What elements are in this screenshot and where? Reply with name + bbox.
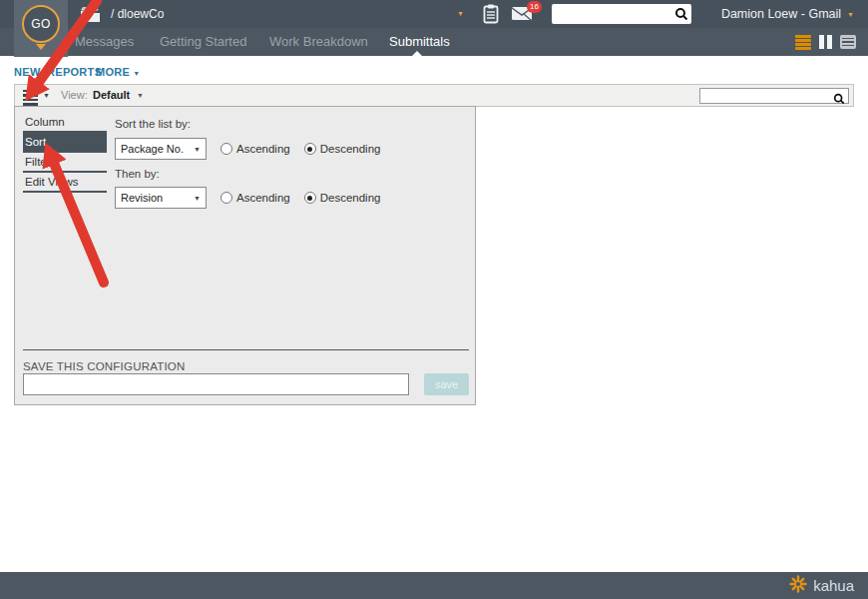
menu-item-sort[interactable]: Sort bbox=[23, 133, 107, 153]
avatar[interactable]: GO bbox=[14, 0, 68, 57]
reports-button[interactable]: REPORTS bbox=[47, 66, 102, 78]
descending-radio[interactable] bbox=[304, 192, 316, 204]
new-button[interactable]: NEW bbox=[14, 66, 41, 78]
menu-item-filter[interactable]: Filter bbox=[23, 153, 107, 173]
ascending-label: Ascending bbox=[236, 192, 290, 204]
detail-view-icon[interactable] bbox=[840, 35, 856, 49]
avatar-caret-icon bbox=[36, 44, 46, 50]
list-options-caret-icon[interactable]: ▼ bbox=[43, 92, 50, 99]
descending-label: Descending bbox=[320, 192, 381, 204]
list-search-input[interactable] bbox=[699, 88, 849, 104]
tasks-clipboard-icon[interactable] bbox=[483, 4, 499, 28]
ascending-label: Ascending bbox=[236, 143, 290, 155]
sort-by-label: Sort the list by: bbox=[115, 118, 191, 130]
tab-messages[interactable]: Messages bbox=[75, 28, 134, 56]
list-search-icon[interactable] bbox=[833, 91, 845, 109]
view-caret-icon[interactable]: ▼ bbox=[137, 92, 144, 99]
config-menu: Column Sort Filter Edit Views bbox=[23, 113, 107, 193]
descending-label: Descending bbox=[320, 143, 381, 155]
brand-name: kahua bbox=[813, 577, 854, 594]
messages-mail-icon[interactable]: 16 bbox=[511, 5, 535, 26]
avatar-initials: GO bbox=[22, 5, 60, 43]
split-view-icon[interactable] bbox=[819, 35, 832, 49]
footer-bar: kahua bbox=[0, 572, 868, 599]
project-folder-icon[interactable] bbox=[80, 6, 102, 27]
more-caret-icon: ▼ bbox=[133, 70, 140, 77]
select-caret-icon: ▼ bbox=[194, 146, 201, 153]
view-label: View: bbox=[61, 85, 88, 106]
app-tab-bar: Messages Getting Started Work Breakdown … bbox=[0, 28, 868, 56]
kahua-logo-icon bbox=[789, 575, 807, 597]
menu-item-edit-views[interactable]: Edit Views bbox=[23, 173, 107, 193]
breadcrumb[interactable]: / dloewCo bbox=[111, 0, 164, 28]
top-bar: / dloewCo ▼ 16 Damion Loew - Gmail ▼ bbox=[0, 0, 868, 28]
save-config-label: SAVE THIS CONFIGURATION bbox=[23, 360, 185, 372]
then-by-row: Revision ▼ Ascending Descending bbox=[115, 187, 380, 209]
user-menu-caret-icon: ▼ bbox=[847, 11, 854, 18]
menu-item-column[interactable]: Column bbox=[23, 113, 107, 133]
list-options-menu-icon[interactable] bbox=[23, 90, 38, 106]
more-button[interactable]: MORE▼ bbox=[96, 66, 140, 78]
tab-work-breakdown[interactable]: Work Breakdown bbox=[269, 28, 368, 56]
then-field-select[interactable]: Revision ▼ bbox=[115, 187, 207, 209]
project-dropdown-caret-icon[interactable]: ▼ bbox=[457, 10, 464, 17]
ascending-radio[interactable] bbox=[220, 192, 232, 204]
view-selector[interactable]: Default bbox=[93, 85, 130, 106]
descending-radio[interactable] bbox=[304, 143, 316, 155]
list-toolbar: ▼ View: Default ▼ bbox=[14, 84, 854, 107]
save-button[interactable]: save bbox=[424, 373, 469, 395]
active-tab-indicator bbox=[412, 51, 422, 56]
user-account-menu[interactable]: Damion Loew - Gmail ▼ bbox=[721, 0, 854, 28]
then-by-label: Then by: bbox=[115, 168, 160, 180]
apps-list-icon[interactable] bbox=[795, 35, 811, 50]
select-caret-icon: ▼ bbox=[194, 195, 201, 202]
global-search-input[interactable] bbox=[552, 4, 691, 24]
sort-by-row: Package No. ▼ Ascending Descending bbox=[115, 138, 380, 160]
more-button-label: MORE bbox=[96, 66, 130, 78]
tab-getting-started[interactable]: Getting Started bbox=[160, 28, 246, 56]
config-name-input[interactable] bbox=[23, 373, 409, 395]
user-name-label: Damion Loew - Gmail bbox=[721, 7, 841, 21]
sort-field-select[interactable]: Package No. ▼ bbox=[115, 138, 207, 160]
mail-badge: 16 bbox=[527, 1, 542, 13]
ascending-radio[interactable] bbox=[220, 143, 232, 155]
then-field-value: Revision bbox=[121, 192, 163, 204]
search-icon[interactable] bbox=[674, 7, 688, 25]
view-config-panel: Column Sort Filter Edit Views Sort the l… bbox=[14, 106, 476, 405]
sort-field-value: Package No. bbox=[121, 143, 184, 155]
panel-divider bbox=[23, 349, 469, 350]
